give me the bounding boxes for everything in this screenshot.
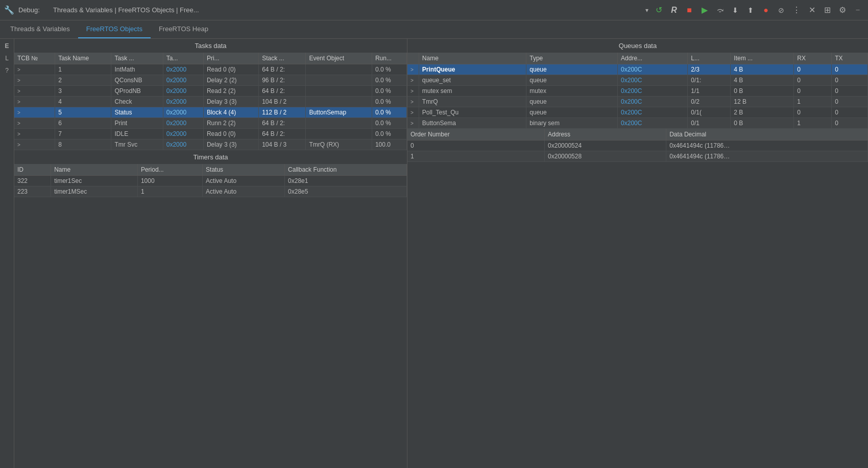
timer-status: Active Auto [203,186,285,197]
timer-period: 1000 [137,176,202,186]
no-button[interactable]: ⊘ [775,4,787,16]
timer-id: 223 [14,186,51,197]
task-name: IDLE [111,129,163,139]
task-event [306,118,372,129]
timer-name: timer1Sec [51,176,138,186]
timer-name: timer1MSec [51,186,138,197]
task-expand[interactable]: > [14,86,55,97]
col-timer-period: Period... [137,164,202,176]
dropdown-arrow[interactable]: ▾ [645,7,648,14]
timers-section-header: Timers data [14,150,407,164]
sidebar-help-icon[interactable]: ? [2,65,12,76]
step-over-button[interactable]: ⤼ [714,4,726,16]
queue-type: queue [526,64,618,75]
queue-item: 2 B [731,107,794,118]
task-tcb: 1 [55,64,111,75]
timer-row[interactable]: 322 timer1Sec 1000 Active Auto 0x28e1 [14,176,407,186]
timers-table: ID Name Period... Status Callback Functi… [14,164,407,197]
resume-button[interactable]: ▶ [698,4,711,16]
queue-expand[interactable]: > [407,86,419,97]
queue-row[interactable]: > mutex sem mutex 0x200C 1/1 0 B 0 0 [407,86,868,97]
timers-section: Timers data ID Name Period... Status Cal… [14,150,407,468]
col-queue-name: Name [419,53,526,64]
queue-length: 0/1: [688,75,731,86]
sidebar-e-icon[interactable]: E [2,41,12,51]
queue-expand[interactable]: > [407,118,419,129]
timer-row[interactable]: 223 timer1MSec 1 Active Auto 0x28e5 [14,186,407,197]
task-name: IntMath [111,64,163,75]
queue-row[interactable]: > Poll_Test_Qu queue 0x200C 0/1( 2 B 0 0 [407,107,868,118]
queue-row[interactable]: > PrintQueue queue 0x200C 2/3 4 B 0 0 [407,64,868,75]
task-row[interactable]: > 8 Tmr Svc 0x2000 Delay 3 (3) 104 B / 3… [14,139,407,150]
tasks-table: TCB № Task Name Task ... Ta... Pri... St… [14,53,407,150]
timers-header-row: ID Name Period... Status Callback Functi… [14,164,407,176]
stop-button[interactable]: ■ [683,4,695,16]
queues-header-row: Name Type Addre... L... Item ... RX TX [407,53,868,64]
task-expand[interactable]: > [14,118,55,129]
task-addr: 0x2000 [163,129,203,139]
queue-tx: 0 [832,75,868,86]
task-addr: 0x2000 [163,75,203,86]
gear-button[interactable]: ⚙ [836,4,849,16]
task-row[interactable]: > 4 Check 0x2000 Delay 3 (3) 104 B / 2 0… [14,97,407,107]
queue-tx: 0 [832,118,868,129]
debug-icon: 🔧 [4,5,14,15]
detail-data: 0x4641494c (11786… [666,151,868,162]
task-addr: 0x2000 [163,97,203,107]
record-button[interactable]: ● [760,4,772,16]
task-state: Read 0 (0) [203,129,258,139]
task-row[interactable]: > 7 IDLE 0x2000 Read 0 (0) 64 B / 2: 0.0… [14,129,407,139]
queue-length: 0/1 [688,118,731,129]
tab-freertos-heap[interactable]: FreeRTOS Heap [151,20,216,38]
tab-threads-variables[interactable]: Threads & Variables [2,20,78,38]
minimize-button[interactable]: ─ [852,4,864,16]
layout-button[interactable]: ⊞ [821,4,833,16]
queue-detail-row: 1 0x20000528 0x4641494c (11786… [407,151,868,162]
toolbar-actions: ↺ R ■ ▶ ⤼ ⬇ ⬆ ● ⊘ ⋮ ✕ ⊞ ⚙ ─ [653,4,864,16]
task-run: 0.0 % [372,75,406,86]
step-into-button[interactable]: ⬇ [729,4,741,16]
task-tcb: 3 [55,86,111,97]
task-tcb: 5 [55,107,111,118]
task-expand[interactable]: > [14,97,55,107]
queue-row[interactable]: > ButtonSema binary sem 0x200C 0/1 0 B 1… [407,118,868,129]
sidebar-l-icon[interactable]: L [2,53,12,63]
task-name: QConsNB [111,75,163,86]
step-return-button[interactable]: ⬆ [744,4,757,16]
queue-type: queue [526,75,618,86]
queue-tx: 0 [832,107,868,118]
task-row[interactable]: > 5 Status 0x2000 Block 4 (4) 112 B / 2 … [14,107,407,118]
tasks-tbody: > 1 IntMath 0x2000 Read 0 (0) 64 B / 2: … [14,64,407,150]
task-expand[interactable]: > [14,129,55,139]
queues-table: Name Type Addre... L... Item ... RX TX >… [407,53,868,129]
task-row[interactable]: > 6 Print 0x2000 Runn 2 (2) 64 B / 2: 0.… [14,118,407,129]
close-button[interactable]: ✕ [806,4,818,16]
col-event: Event Object [306,53,372,64]
queue-expand[interactable]: > [407,64,419,75]
timer-period: 1 [137,186,202,197]
task-state: Runn 2 (2) [203,118,258,129]
task-row[interactable]: > 3 QProdNB 0x2000 Read 2 (2) 64 B / 2: … [14,86,407,97]
task-event [306,86,372,97]
queue-item: 0 B [731,118,794,129]
queue-expand[interactable]: > [407,107,419,118]
queue-row[interactable]: > TmrQ queue 0x200C 0/2 12 B 1 0 [407,97,868,107]
tab-freertos-objects[interactable]: FreeRTOS Objects [78,20,151,38]
queue-item: 0 B [731,86,794,97]
queue-rx: 0 [794,86,832,97]
queue-expand[interactable]: > [407,97,419,107]
task-row[interactable]: > 2 QConsNB 0x2000 Delay 2 (2) 96 B / 2:… [14,75,407,86]
task-expand[interactable]: > [14,139,55,150]
task-expand[interactable]: > [14,75,55,86]
restart-button[interactable]: ↺ [653,4,665,16]
task-expand[interactable]: > [14,107,55,118]
queue-row[interactable]: > queue_set queue 0x200C 0/1: 4 B 0 0 [407,75,868,86]
task-row[interactable]: > 1 IntMath 0x2000 Read 0 (0) 64 B / 2: … [14,64,407,75]
queue-expand[interactable]: > [407,75,419,86]
queue-tx: 0 [832,64,868,75]
col-expand [407,53,419,64]
task-expand[interactable]: > [14,64,55,75]
detail-data: 0x4641494c (11786… [666,141,868,151]
suspend-button[interactable]: R [668,4,680,16]
more-button[interactable]: ⋮ [790,4,803,16]
